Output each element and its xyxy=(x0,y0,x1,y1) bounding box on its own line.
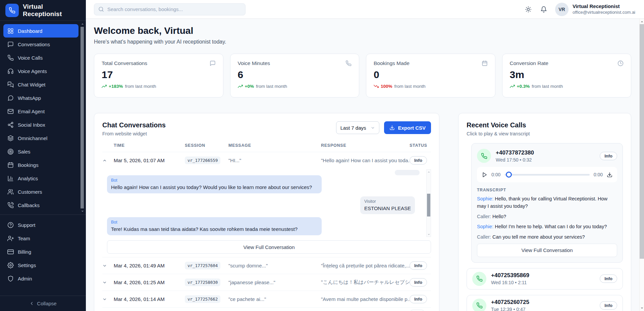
stats-grid: Total Conversations 17 +183% from last m… xyxy=(94,54,631,98)
chevron-down-icon[interactable] xyxy=(102,263,114,268)
conversation-scrollbar[interactable] xyxy=(426,169,431,237)
page-scrollbar[interactable] xyxy=(639,19,644,311)
player-seek-slider[interactable] xyxy=(504,174,590,176)
status-badge[interactable]: Info xyxy=(600,301,617,310)
chevron-down-icon[interactable] xyxy=(640,306,644,310)
sidebar-item-analytics[interactable]: Analytics xyxy=(3,172,78,185)
notifications-button[interactable] xyxy=(540,5,548,13)
table-row[interactable]: Mar 4, 2026, 01:25 AM vr_177258030 "japa… xyxy=(102,274,431,291)
table-row[interactable]: Mar 5, 2026, 01:07 AM vr_177266559 "HI..… xyxy=(102,152,431,169)
status-badge[interactable]: Info xyxy=(600,274,617,283)
stat-value: 0 xyxy=(374,69,488,80)
scrollbar-thumb[interactable] xyxy=(640,24,644,259)
sidebar-item-customers[interactable]: Customers xyxy=(3,185,78,198)
content-row: Welcome back, Virtual Here's what's happ… xyxy=(86,19,644,311)
date-range-select[interactable]: Last 7 days xyxy=(336,121,380,134)
column-header-session: SESSION xyxy=(185,143,228,148)
row-response: "こんにちは！私はバーチャルレセプショ... xyxy=(321,279,410,286)
voice-call-card[interactable]: +40725395869 Wed 16:10 • 2:11 Info xyxy=(467,268,623,290)
player-current-time: 0:00 xyxy=(491,172,500,177)
user-menu[interactable]: VR Virtual Receptionist office@virtualre… xyxy=(555,3,635,16)
chevron-down-icon[interactable] xyxy=(80,209,85,213)
sidebar-item-callbacks[interactable]: Callbacks xyxy=(3,198,78,212)
sidebar-item-whatsapp[interactable]: WhatsApp xyxy=(3,91,78,105)
chevron-down-icon[interactable] xyxy=(102,297,114,302)
row-time: Mar 5, 2026, 01:07 AM xyxy=(114,158,185,163)
download-icon[interactable] xyxy=(607,172,612,178)
page-subtitle: Here's what's happening with your AI rec… xyxy=(94,39,631,45)
sidebar-item-email-agent[interactable]: Email Agent xyxy=(3,105,78,118)
global-search[interactable] xyxy=(94,3,246,15)
stat-card-conversion-rate: Conversion Rate 3m +0.3% from last month xyxy=(502,54,632,98)
sidebar-item-omnichannel[interactable]: Omnichannel xyxy=(3,131,78,145)
chevron-down-icon[interactable] xyxy=(427,232,431,236)
trending-up-icon xyxy=(102,84,107,89)
transcript-label: TRANSCRIPT xyxy=(477,188,617,192)
avatar[interactable]: VR xyxy=(555,3,569,16)
table-row[interactable]: Mar 4, 2026, 01:14 AM vr_177257662 "ce p… xyxy=(102,291,431,307)
sidebar-item-billing[interactable]: Billing xyxy=(3,245,78,258)
sidebar-item-social-inbox[interactable]: Social Inbox xyxy=(3,118,78,131)
status-badge[interactable]: Info xyxy=(410,261,427,270)
chevron-up-icon[interactable] xyxy=(427,170,431,174)
voice-call-card[interactable]: +40725260725 Tue 12:39 • 0:47 Info xyxy=(467,295,623,311)
sidebar: Virtual Receptionist Dashboard Conversat… xyxy=(0,0,86,311)
call-meta: Wed 16:10 • 2:11 xyxy=(491,280,529,285)
messages-square-icon xyxy=(7,81,14,88)
message-text: Tere! Kuidas ma saan teid täna aidata? K… xyxy=(111,226,318,233)
search-input[interactable] xyxy=(107,6,241,12)
status-badge[interactable]: Info xyxy=(410,156,427,165)
transcript-entry: Caller: Can you tell me more about your … xyxy=(477,234,617,241)
chevron-up-icon[interactable] xyxy=(640,19,644,24)
export-csv-button[interactable]: Export CSV xyxy=(384,121,431,134)
transcript-entry: Sophie: Hello! I'm here to help. What ca… xyxy=(477,223,617,231)
chevron-up-icon[interactable] xyxy=(102,158,114,163)
stat-value: 6 xyxy=(238,69,352,80)
stat-label: Voice Minutes xyxy=(238,60,270,66)
search-icon xyxy=(98,6,104,12)
table-header: TIME SESSION MESSAGE RESPONSE STATUS xyxy=(102,143,431,152)
sidebar-item-voice-agents[interactable]: Voice Agents xyxy=(3,64,78,78)
sidebar-item-support[interactable]: Support xyxy=(3,218,78,232)
status-badge[interactable]: Info xyxy=(410,278,427,287)
scrollbar-thumb[interactable] xyxy=(80,27,84,208)
sidebar-scrollbar[interactable] xyxy=(80,22,85,213)
sidebar-item-conversations[interactable]: Conversations xyxy=(3,38,78,51)
chevron-down-icon[interactable] xyxy=(102,280,114,285)
chevron-up-icon[interactable] xyxy=(80,22,85,26)
sidebar-item-admin[interactable]: Admin xyxy=(3,272,78,285)
status-badge[interactable]: Info xyxy=(410,295,427,303)
table-row[interactable]: Mar 4, 2026, 01:49 AM vr_177257604 "scum… xyxy=(102,257,431,274)
theme-toggle-button[interactable] xyxy=(524,5,532,13)
play-icon[interactable] xyxy=(482,172,487,178)
voice-call-card[interactable]: +40737872380 Wed 17:50 • 0:32 Info 0:00 xyxy=(471,143,623,263)
sidebar-item-bookings[interactable]: Bookings xyxy=(3,158,78,172)
sidebar-item-voice-calls[interactable]: Voice Calls xyxy=(3,51,78,64)
bar-chart-icon xyxy=(7,175,14,182)
sidebar-collapse-button[interactable]: Collapse xyxy=(0,296,86,311)
row-response: "Hello again! How can I assist you toda.… xyxy=(321,158,410,163)
conversation-scroll-area[interactable]: Bot Hello again! How can I assist you to… xyxy=(107,169,431,237)
app-root: Virtual Receptionist Dashboard Conversat… xyxy=(0,0,644,311)
transcript-text: Hello, thank you for calling Virtual Rec… xyxy=(477,196,607,209)
status-badge[interactable]: Info xyxy=(600,152,617,160)
row-response: "Înțeleg că prețurile pot părea ridicate… xyxy=(321,263,410,268)
sidebar-item-label: Conversations xyxy=(18,42,50,47)
topbar-actions: VR Virtual Receptionist office@virtualre… xyxy=(524,3,635,16)
sidebar-item-sales[interactable]: Sales xyxy=(3,145,78,158)
view-full-conversation-button[interactable]: View Full Conversation xyxy=(477,244,617,257)
sidebar-item-dashboard[interactable]: Dashboard xyxy=(3,24,78,38)
row-message: "HI..." xyxy=(228,158,321,163)
credit-card-icon xyxy=(7,249,14,255)
sidebar-item-settings[interactable]: Settings xyxy=(3,258,78,272)
call-meta: Tue 12:39 • 0:47 xyxy=(491,307,529,311)
row-response: "Avem mai multe pachete disponibile p... xyxy=(321,296,410,302)
target-icon xyxy=(7,148,14,155)
view-full-conversation-button[interactable]: View Full Conversation xyxy=(107,240,431,254)
scrollbar-thumb[interactable] xyxy=(427,194,430,216)
sidebar-item-team[interactable]: Team xyxy=(3,232,78,245)
player-slider-thumb[interactable] xyxy=(506,172,512,178)
sidebar-item-label: Team xyxy=(18,236,30,241)
sidebar-item-chat-widget[interactable]: Chat Widget xyxy=(3,78,78,91)
users-icon xyxy=(7,189,14,195)
